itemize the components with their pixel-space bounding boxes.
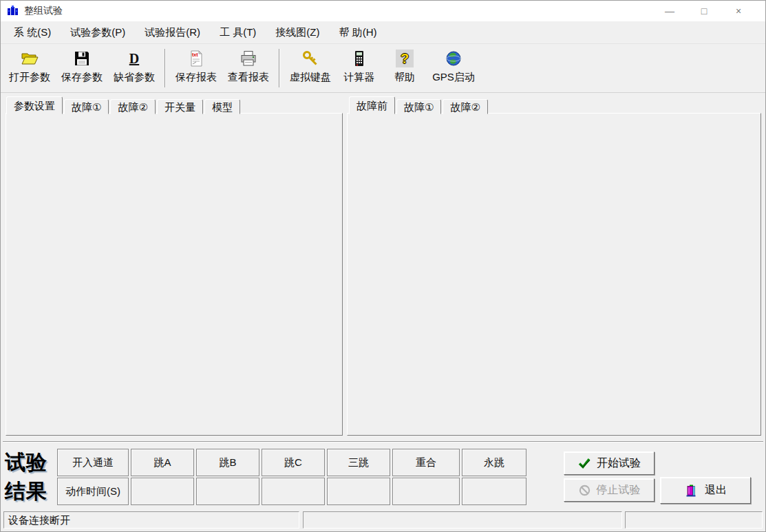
tab-param-settings[interactable]: 参数设置 — [6, 96, 63, 114]
svg-text:txt: txt — [192, 52, 198, 57]
app-window: 整组试验 — □ × 系 统(S) 试验参数(P) 试验报告(R) 工 具(T)… — [0, 0, 766, 532]
left-tab-strip: 参数设置 故障① 故障② 开关量 模型 — [6, 96, 242, 114]
tab-prefault[interactable]: 故障前 — [349, 96, 395, 114]
toolbar-label: 查看报表 — [228, 71, 269, 84]
exit-label: 退出 — [705, 483, 727, 498]
results-value-cell — [327, 478, 390, 505]
question-mark-icon: ? — [396, 47, 414, 70]
toolbar-label: 缺省参数 — [114, 71, 155, 84]
results-value-cell — [196, 478, 259, 505]
open-folder-icon — [20, 47, 39, 70]
tab-fault-1-right[interactable]: 故障① — [396, 99, 441, 114]
menu-test-params[interactable]: 试验参数(P) — [61, 23, 135, 43]
toolbar-label: 保存参数 — [61, 71, 103, 84]
toolbar-save-report[interactable]: txt 保存报表 — [170, 47, 222, 84]
tab-fault-2[interactable]: 故障② — [110, 99, 155, 114]
status-device-connection: 设备连接断开 — [3, 511, 299, 529]
window-title: 整组试验 — [24, 5, 63, 17]
results-row-label: 动作时间(S) — [57, 478, 129, 505]
results-title-line1: 试验 — [5, 448, 58, 477]
app-icon — [7, 5, 19, 17]
toolbar-default-params[interactable]: D 缺省参数 — [108, 47, 160, 84]
menu-help[interactable]: 帮 助(H) — [329, 23, 386, 43]
status-segment-middle — [303, 511, 622, 529]
results-value-cell — [131, 478, 194, 505]
toolbar-separator — [164, 49, 166, 87]
toolbar-label: 打开参数 — [9, 71, 50, 84]
toolbar-label: 帮助 — [394, 71, 415, 84]
stop-test-button: 停止试验 — [564, 478, 655, 502]
results-header-cell: 跳C — [262, 449, 325, 476]
key-icon — [301, 47, 319, 70]
stop-icon — [578, 484, 591, 497]
results-value-cell — [392, 478, 460, 505]
toolbar-gps-start[interactable]: GPS启动 — [427, 47, 480, 84]
right-tab-strip: 故障前 故障① 故障② — [349, 96, 489, 114]
toolbar-label: GPS启动 — [432, 71, 475, 84]
tab-model[interactable]: 模型 — [204, 99, 240, 114]
toolbar-label: 计算器 — [344, 71, 375, 84]
toolbar-help[interactable]: ? 帮助 — [382, 47, 427, 84]
right-tab-page — [347, 113, 761, 436]
exit-door-icon — [684, 483, 699, 498]
floppy-disk-icon — [73, 47, 91, 70]
window-controls: — □ × — [652, 1, 756, 21]
left-tab-page — [6, 113, 343, 436]
toolbar-open-params[interactable]: 打开参数 — [3, 47, 56, 84]
results-header-cell: 永跳 — [462, 449, 526, 476]
exit-button[interactable]: 退出 — [660, 477, 751, 504]
toolbar-calculator[interactable]: 计算器 — [337, 47, 382, 84]
toolbar: 打开参数 保存参数 D 缺省参数 — [1, 44, 765, 93]
start-test-label: 开始试验 — [597, 456, 641, 471]
globe-icon — [445, 47, 462, 70]
results-header-cell: 重合 — [392, 449, 460, 476]
check-icon — [577, 456, 591, 470]
close-button[interactable]: × — [721, 1, 756, 21]
minimize-button[interactable]: — — [652, 1, 687, 21]
results-header-cell: 三跳 — [327, 449, 390, 476]
results-title-line2: 结果 — [5, 477, 58, 506]
printer-icon — [240, 47, 257, 70]
menu-system[interactable]: 系 统(S) — [4, 23, 61, 43]
results-value-cell — [262, 478, 325, 505]
tab-switch-qty[interactable]: 开关量 — [157, 99, 203, 114]
toolbar-save-params[interactable]: 保存参数 — [56, 47, 108, 84]
start-test-button[interactable]: 开始试验 — [564, 451, 655, 475]
tab-fault-2-right[interactable]: 故障② — [443, 99, 487, 114]
results-header-row: 开入通道 跳A 跳B 跳C 三跳 重合 永跳 — [57, 449, 526, 476]
results-header-cell: 跳B — [196, 449, 259, 476]
stop-test-label: 停止试验 — [597, 483, 641, 498]
status-segment-right — [625, 511, 763, 529]
title-bar: 整组试验 — □ × — [1, 1, 765, 21]
toolbar-virtual-keyboard[interactable]: 虚拟键盘 — [284, 47, 337, 84]
bottom-divider — [3, 441, 763, 443]
results-title: 试验 结果 — [5, 448, 58, 506]
maximize-button[interactable]: □ — [687, 1, 721, 21]
calculator-icon — [350, 47, 368, 70]
menu-test-report[interactable]: 试验报告(R) — [135, 23, 210, 43]
results-header-cell: 开入通道 — [57, 449, 129, 476]
tab-fault-1[interactable]: 故障① — [64, 99, 109, 114]
toolbar-label: 保存报表 — [175, 71, 217, 84]
toolbar-view-report[interactable]: 查看报表 — [222, 47, 275, 84]
menu-tools[interactable]: 工 具(T) — [210, 23, 266, 43]
menu-bar: 系 统(S) 试验参数(P) 试验报告(R) 工 具(T) 接线图(Z) 帮 助… — [1, 21, 765, 44]
results-header-cell: 跳A — [131, 449, 194, 476]
results-value-row: 动作时间(S) — [57, 478, 526, 505]
results-value-cell — [462, 478, 526, 505]
toolbar-label: 虚拟键盘 — [290, 71, 331, 84]
text-document-icon: txt — [187, 47, 205, 70]
menu-wiring-diagram[interactable]: 接线图(Z) — [266, 23, 329, 43]
toolbar-separator — [279, 49, 280, 87]
letter-d-icon: D — [129, 47, 139, 70]
